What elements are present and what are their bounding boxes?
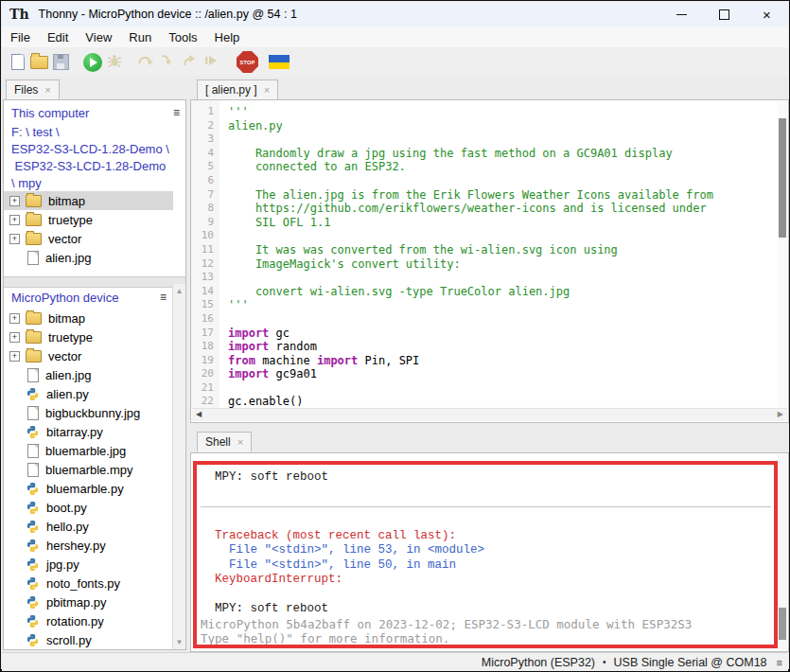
python-file-icon xyxy=(26,387,40,401)
expander-icon[interactable]: + xyxy=(9,234,20,244)
step-into-button[interactable] xyxy=(156,49,178,75)
backend-selector[interactable]: MicroPython (ESP32) xyxy=(482,656,595,669)
line-number: 15 xyxy=(191,298,220,312)
scroll-up-icon[interactable]: ▲ xyxy=(173,287,185,295)
new-file-button[interactable] xyxy=(7,49,28,75)
editor-tab-close-icon[interactable]: × xyxy=(264,84,270,96)
tree-item[interactable]: +vector xyxy=(4,346,173,365)
tree-item-label: bitmap xyxy=(48,194,85,208)
python-file-icon xyxy=(26,425,40,439)
resume-button[interactable] xyxy=(200,49,221,75)
tab-shell[interactable]: Shell × xyxy=(197,432,252,451)
run-button[interactable] xyxy=(81,49,103,75)
scroll-left-icon[interactable]: ◀ xyxy=(196,410,202,418)
python-file-icon xyxy=(26,501,40,515)
save-file-button[interactable] xyxy=(50,49,72,75)
code-area[interactable]: 1'''2alien.py34 Randomly draw a jpg usin… xyxy=(191,105,777,409)
menu-help[interactable]: Help xyxy=(206,28,249,46)
traceback-link[interactable]: File "<stdin>", line 53, in <module> xyxy=(201,543,775,558)
file-icon xyxy=(27,463,39,477)
expander-icon[interactable]: + xyxy=(9,215,20,225)
tree-item[interactable]: scroll.py xyxy=(4,630,173,649)
tree-item[interactable]: bitarray.py xyxy=(4,422,173,441)
tree-item[interactable]: bluemarble.jpg xyxy=(4,441,173,460)
expander-icon[interactable]: + xyxy=(9,196,20,206)
editor-vscrollbar[interactable] xyxy=(778,101,787,408)
debug-button[interactable] xyxy=(103,49,125,75)
tree-item[interactable]: boot.py xyxy=(4,498,173,517)
shell-vscrollbar[interactable] xyxy=(778,454,787,650)
tab-alien-py[interactable]: [ alien.py ] × xyxy=(197,80,278,99)
code-line: 8 https://github.com/erikflowers/weather… xyxy=(191,202,777,216)
menubar: FileEditViewRunToolsHelp xyxy=(2,27,788,47)
expander-icon[interactable]: + xyxy=(9,332,20,343)
tree-item[interactable]: +truetype xyxy=(4,327,173,346)
menu-file[interactable]: File xyxy=(2,28,39,46)
code-line: 1''' xyxy=(191,105,777,119)
code-text: https://github.com/erikflowers/weather-i… xyxy=(220,202,707,216)
maximize-button[interactable] xyxy=(703,2,746,27)
stop-button[interactable]: STOP xyxy=(237,49,258,75)
code-token: import xyxy=(228,327,269,340)
menu-tools[interactable]: Tools xyxy=(160,28,205,46)
tree-item[interactable]: +vector xyxy=(4,229,173,248)
close-button[interactable]: × xyxy=(746,2,788,27)
window-controls: × xyxy=(660,2,788,27)
tree-item[interactable]: +bitmap xyxy=(4,191,173,210)
step-out-button[interactable] xyxy=(178,49,200,75)
tree-item[interactable]: rotation.py xyxy=(4,611,173,630)
shell-tab-close-icon[interactable]: × xyxy=(237,436,243,448)
expander-icon[interactable]: + xyxy=(9,313,20,324)
this-computer-header: This computer ≡ xyxy=(11,106,180,120)
tree-item[interactable]: bigbuckbunny.jpg xyxy=(4,403,173,422)
step-over-button[interactable] xyxy=(134,49,156,75)
device-menu-icon[interactable]: ≡ xyxy=(160,291,167,305)
computer-menu-icon[interactable]: ≡ xyxy=(173,106,180,120)
statusbar-menu-icon[interactable]: ≡ xyxy=(777,657,782,668)
code-text: convert wi-alien.svg -type TrueColor ali… xyxy=(220,285,570,299)
titlebar[interactable]: Th Thonny - MicroPython device :: /alien… xyxy=(2,2,788,27)
tab-files[interactable]: Files × xyxy=(6,80,60,99)
code-token: https://github.com/erikflowers/weather-i… xyxy=(228,202,707,215)
code-token: import xyxy=(228,367,269,380)
expander-icon[interactable]: + xyxy=(9,351,20,362)
tree-item[interactable]: bluemarble.mpy xyxy=(4,460,173,479)
python-file-icon xyxy=(26,595,40,610)
minimize-button[interactable] xyxy=(660,2,703,27)
editor-hscrollbar[interactable]: ◀ ▶ xyxy=(192,408,787,421)
scroll-down-icon[interactable]: ▼ xyxy=(173,638,185,646)
line-number: 1 xyxy=(191,105,220,119)
editor-vscroll-thumb[interactable] xyxy=(779,118,786,238)
scroll-right-icon[interactable]: ▶ xyxy=(778,410,783,418)
open-file-button[interactable] xyxy=(28,49,50,75)
tree-item[interactable]: +truetype xyxy=(4,210,173,229)
shell-vscroll-thumb[interactable] xyxy=(779,608,786,640)
menu-edit[interactable]: Edit xyxy=(39,28,77,46)
traceback-link[interactable]: File "<stdin>", line 50, in main xyxy=(201,558,775,574)
code-token: ''' xyxy=(228,298,249,311)
tree-item[interactable]: +bitmap xyxy=(4,309,173,327)
tree-item[interactable]: pbitmap.py xyxy=(4,592,173,611)
tree-item[interactable]: alien.jpg xyxy=(4,365,173,384)
tree-item[interactable]: alien.jpg xyxy=(4,248,173,267)
tree-item[interactable]: alien.py xyxy=(4,384,173,403)
port-label[interactable]: USB Single Serial @ COM18 xyxy=(614,656,767,669)
tree-item[interactable]: jpg.py xyxy=(4,555,173,574)
tree-item-label: vector xyxy=(48,349,81,363)
menu-run[interactable]: Run xyxy=(120,28,160,46)
code-text: gc.enable() xyxy=(220,395,303,409)
code-line: 4 Randomly draw a jpg using the fast met… xyxy=(191,147,777,161)
code-token: connected to an ESP32. xyxy=(228,160,406,173)
tree-item[interactable]: noto_fonts.py xyxy=(4,574,173,592)
shell[interactable]: MPY: soft reboot Traceback (most recent … xyxy=(190,452,789,652)
code-text: import gc xyxy=(220,327,290,341)
menu-view[interactable]: View xyxy=(77,28,120,46)
statusbar: MicroPython (ESP32) • USB Single Serial … xyxy=(2,652,788,671)
files-tab-close-icon[interactable]: × xyxy=(44,84,50,96)
tree-item[interactable]: hello.py xyxy=(4,517,173,536)
editor[interactable]: 1'''2alien.py34 Randomly draw a jpg usin… xyxy=(190,99,789,423)
files-scrollbar[interactable]: ▲ ▼ xyxy=(172,284,185,649)
tree-item[interactable]: hershey.py xyxy=(4,536,173,555)
files-panel-splitter[interactable] xyxy=(4,276,185,288)
tree-item[interactable]: bluemarble.py xyxy=(4,479,173,498)
